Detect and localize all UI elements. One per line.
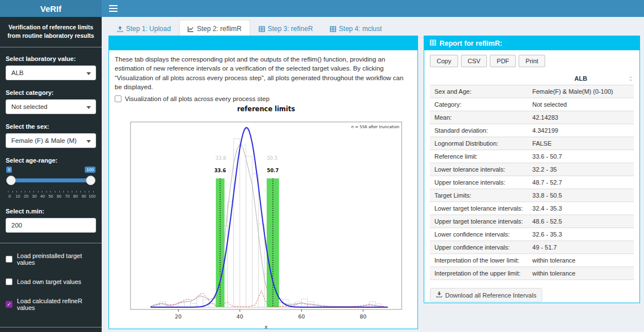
app-root: VeRIf Verification of reference limits f… — [0, 0, 644, 332]
row-label: Upper confidence intervals: — [430, 241, 528, 254]
checkbox-load-own-target-values[interactable]: Load own target values — [6, 278, 96, 285]
checkbox-icon[interactable] — [6, 256, 12, 263]
row-label: Category: — [430, 98, 528, 111]
report-panel: Report for reflimR: CopyCSVPDFPrint ALB — [424, 36, 640, 303]
table-row: Upper target tolerance intervals:48.6 - … — [430, 215, 634, 228]
content-area: Step 1: UploadStep 2: reflimRStep 3: ref… — [102, 17, 644, 332]
sex-select[interactable]: Female (F) & Male (M) — [6, 133, 96, 148]
row-label: Upper tolerance intervals: — [430, 176, 528, 189]
visualization-checkbox[interactable]: Visualization of all plots across every … — [115, 95, 412, 102]
slider-scale-label: 10 — [14, 194, 22, 199]
export-buttons: CopyCSVPDFPrint — [430, 55, 634, 67]
slider-from-badge: 0 — [6, 167, 12, 173]
report-panel-header: Report for reflimR: — [424, 36, 639, 50]
sidebar-toggle-button[interactable] — [109, 5, 118, 12]
row-value: within tolerance — [528, 254, 634, 267]
table-row: Upper tolerance intervals:48.7 - 52.7 — [430, 176, 634, 189]
checkbox-icon[interactable] — [6, 278, 12, 285]
sidebar: Verification of reference limits from ro… — [0, 17, 102, 332]
table-row: Interpretation of the lower limit:within… — [430, 254, 634, 267]
table-row: Category:Not selected — [430, 98, 634, 111]
nmin-label: Select n.min: — [6, 208, 96, 215]
download-reference-intervals-button[interactable]: Download all Reference Intervals — [430, 288, 542, 302]
chevron-down-icon — [86, 106, 91, 109]
category-select[interactable]: Not selected — [6, 99, 96, 114]
table-row: Lognormal Distribution:FALSE — [430, 137, 634, 150]
slider-scale-label: 70 — [63, 194, 71, 199]
reference-limits-plot: reference limitsn = 556 after truncation… — [115, 103, 412, 331]
row-label: Lower target tolerance intervals: — [430, 202, 528, 215]
row-label: Lognormal Distribution: — [430, 137, 528, 150]
svg-text:reference limits: reference limits — [237, 105, 295, 113]
row-value: 32.6 - 35.3 — [528, 228, 634, 241]
age-range-label: Select age-range: — [6, 157, 96, 164]
row-label: Interpretation of the upper limit: — [430, 267, 528, 280]
slider-handle-left[interactable] — [6, 176, 16, 185]
row-value: FALSE — [528, 137, 634, 150]
chevron-down-icon — [86, 140, 91, 143]
lab-value-label: Select laboratory value: — [6, 55, 96, 62]
column-header-alb[interactable]: ALB — [528, 72, 634, 85]
slider-scale-label: 20 — [22, 194, 30, 199]
row-value: Not selected — [528, 98, 634, 111]
tab-label: Step 2: reflimR — [197, 25, 241, 33]
row-value: 4.342199 — [528, 124, 634, 137]
chevron-down-icon — [86, 72, 91, 75]
row-value: 48.7 - 52.7 — [528, 176, 634, 189]
slider-handle-right[interactable] — [86, 176, 95, 185]
row-label: Interpretation of the lower limit: — [430, 254, 528, 267]
hamburger-icon — [109, 5, 118, 6]
csv-button[interactable]: CSV — [461, 55, 488, 67]
report-table-body: Sex and Age:Female(F) & Male(M) (0-100)C… — [430, 85, 634, 280]
row-label: Mean: — [430, 111, 528, 124]
row-value: 32.4 - 35.3 — [528, 202, 634, 215]
slider-scale-label: 60 — [55, 194, 63, 199]
row-label: Target Limits: — [430, 189, 528, 202]
slider-scale-label: 90 — [80, 194, 88, 199]
row-value: 42.14283 — [528, 111, 634, 124]
table-row: Interpretation of the upper limit:within… — [430, 267, 634, 280]
tab-label: Step 4: mclust — [339, 25, 382, 33]
svg-text:33.6: 33.6 — [214, 168, 226, 173]
app-subtitle: Verification of reference limits from ro… — [0, 17, 102, 47]
chart-line-icon — [188, 26, 194, 32]
slider-scale-label: 50 — [47, 194, 55, 199]
lab-value-select[interactable]: ALB — [6, 65, 96, 80]
checkbox-load-preinstalled-target-values[interactable]: Load preinstalled target values — [6, 252, 96, 266]
slider-scale-label: 0 — [6, 194, 14, 199]
table-icon — [259, 26, 265, 32]
table-icon — [430, 40, 436, 47]
table-row: Target Limits:33.8 - 50.5 — [430, 189, 634, 202]
age-range-slider[interactable]: 0 100 — [8, 175, 94, 190]
svg-text:50.5: 50.5 — [267, 155, 277, 161]
table-row: Sex and Age:Female(F) & Male(M) (0-100) — [430, 85, 634, 98]
slider-track[interactable] — [8, 178, 94, 182]
empty-header-cell — [430, 72, 528, 85]
checkbox-icon[interactable]: ✓ — [6, 301, 12, 308]
table-row: Lower tolerance intervals:32.2 - 35 — [430, 163, 634, 176]
slider-to-badge: 100 — [85, 167, 95, 173]
tab-label: Step 3: refineR — [268, 25, 313, 33]
row-label: Upper target tolerance intervals: — [430, 215, 528, 228]
category-label: Select category: — [6, 89, 96, 96]
nmin-input[interactable] — [6, 218, 96, 233]
tab-label: Step 1: Upload — [126, 25, 171, 33]
copy-button[interactable]: Copy — [430, 55, 458, 67]
top-navbar — [102, 0, 644, 17]
table-row: Mean:42.14283 — [430, 111, 634, 124]
print-button[interactable]: Print — [519, 55, 545, 67]
row-value: 49 - 51.7 — [528, 241, 634, 254]
checkbox-icon[interactable] — [115, 95, 121, 102]
plot-panel-header — [109, 36, 417, 50]
checkbox-load-calculated-refiner-values[interactable]: ✓Load calculated refineR values — [6, 298, 96, 311]
table-icon — [330, 26, 336, 32]
table-row: Lower confidence intervals:32.6 - 35.3 — [430, 228, 634, 241]
slider-scale: 0102030405060708090100 — [6, 194, 96, 199]
table-row: Reference limit:33.6 - 50.7 — [430, 150, 634, 163]
table-row: Upper confidence intervals:49 - 51.7 — [430, 241, 634, 254]
row-value: 32.2 - 35 — [528, 163, 634, 176]
pdf-button[interactable]: PDF — [490, 55, 516, 67]
slider-ticks — [8, 191, 94, 193]
sort-icon[interactable] — [629, 76, 633, 83]
row-value: Female(F) & Male(M) (0-100) — [528, 85, 634, 98]
